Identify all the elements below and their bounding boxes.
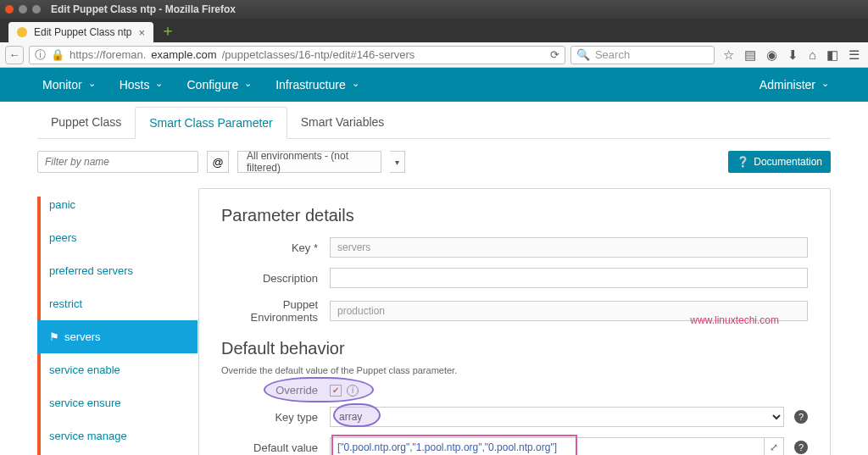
default-value-input[interactable] [330,437,765,455]
window-close-icon[interactable] [5,5,14,14]
sidebar-item-service-enable[interactable]: service enable [37,353,198,386]
back-button[interactable]: ← [5,46,24,64]
key-input[interactable] [330,237,808,258]
environment-filter-label: All environments - (not filtered) [247,150,372,174]
nav-infrastructure[interactable]: Infrastructure [275,78,359,92]
page-tabs: Puppet Class Smart Class Parameter Smart… [37,107,831,139]
favicon-icon [17,27,27,37]
tab-smart-class-parameter[interactable]: Smart Class Parameter [135,107,287,139]
browser-search[interactable]: 🔍 Search [570,46,715,64]
downloads-icon[interactable]: ⬇ [787,47,798,63]
sidebar-item-restrict[interactable]: restrict [37,287,198,320]
sidebar-item-servers[interactable]: ⚑servers [37,320,198,353]
at-button[interactable]: @ [207,151,229,173]
window-maximize-icon[interactable] [32,5,41,14]
override-checkbox[interactable]: ✔ [330,385,342,397]
keytype-label: Key type [221,411,330,424]
override-label: Override [221,384,330,397]
section-parameter-details: Parameter details [221,206,808,225]
refresh-icon[interactable]: ⟳ [550,48,559,61]
default-value-label: Default value [221,441,330,454]
expand-button[interactable]: ⤢ [764,437,784,455]
nav-monitor[interactable]: Monitor [42,78,96,92]
description-label: Description [221,272,330,285]
url-path: /puppetclasses/16-ntp/edit#146-servers [222,48,415,61]
nav-configure[interactable]: Configure [186,78,252,92]
section-default-behavior-sub: Override the default value of the Puppet… [221,365,808,375]
browser-tab-strip: Edit Puppet Class ntp × ＋ [0,19,868,42]
home-icon[interactable]: ⌂ [809,47,816,63]
sidebar-item-preferred-servers[interactable]: preferred servers [37,254,198,287]
sidebar-item-panic[interactable]: panic [37,188,198,221]
documentation-label: Documentation [754,156,822,168]
url-bar[interactable]: ⓘ 🔒 https://foreman.example.com/puppetcl… [29,46,565,64]
keytype-help-icon[interactable]: ? [794,410,808,424]
documentation-button[interactable]: ❔ Documentation [728,151,831,173]
library-icon[interactable]: ▤ [744,47,756,63]
menu-icon[interactable]: ☰ [849,47,860,63]
tab-puppet-class[interactable]: Puppet Class [37,107,135,138]
flag-icon: ⚑ [49,330,59,343]
tab-smart-variables[interactable]: Smart Variables [287,107,398,138]
default-value-help-icon[interactable]: ? [794,441,808,454]
watermark: www.linuxtechi.com [690,314,779,326]
browser-toolbar: ← ⓘ 🔒 https://foreman.example.com/puppet… [0,42,868,68]
pocket-icon[interactable]: ◉ [766,47,777,63]
lock-icon: 🔒 [51,48,64,61]
parameter-sidebar: panic peers preferred servers restrict ⚑… [37,188,198,455]
window-title: Edit Puppet Class ntp - Mozilla Firefox [51,3,236,15]
bookmark-star-icon[interactable]: ☆ [723,47,734,63]
search-placeholder: Search [595,48,630,61]
url-host: example.com [151,48,216,61]
window-minimize-icon[interactable] [19,5,27,14]
app-nav: Monitor Hosts Configure Infrastructure A… [0,68,868,102]
description-input[interactable] [330,268,808,288]
help-icon: ❔ [737,156,749,168]
browser-tab-title: Edit Puppet Class ntp [34,26,131,38]
search-icon: 🔍 [576,48,590,61]
filter-row: @ All environments - (not filtered) ▾ ❔ … [37,151,831,173]
environments-label: Puppet Environments [221,298,330,324]
environment-filter-caret[interactable]: ▾ [390,151,405,173]
detail-panel: Parameter details Key * Description Pupp… [198,188,831,455]
tab-close-icon[interactable]: × [138,26,145,39]
section-default-behavior: Default behavior [221,339,808,358]
sidebar-item-service-ensure[interactable]: service ensure [37,386,198,419]
new-tab-button[interactable]: ＋ [160,20,175,41]
environment-filter[interactable]: All environments - (not filtered) [237,151,381,173]
identity-icon[interactable]: ⓘ [35,47,46,63]
nav-hosts[interactable]: Hosts [120,78,164,92]
filter-input[interactable] [37,151,198,173]
override-info-icon[interactable]: i [347,385,359,397]
url-prefix: https://foreman. [70,48,146,61]
sidebar-icon[interactable]: ◧ [826,47,838,63]
sidebar-item-service-manage[interactable]: service manage [37,419,198,452]
sidebar-item-peers[interactable]: peers [37,221,198,254]
key-label: Key * [221,241,330,254]
nav-administer[interactable]: Administer [760,78,829,92]
window-title-bar: Edit Puppet Class ntp - Mozilla Firefox [0,0,868,19]
browser-tab-active[interactable]: Edit Puppet Class ntp × [8,22,153,42]
keytype-select[interactable]: array [330,407,784,427]
